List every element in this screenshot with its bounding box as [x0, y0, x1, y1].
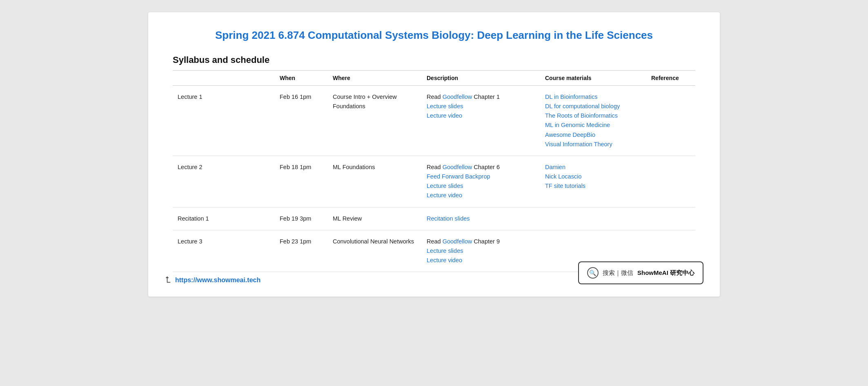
row-label: Recitation 1 — [173, 207, 275, 230]
page-wrapper: Spring 2021 6.874 Computational Systems … — [148, 12, 720, 297]
row-when: Feb 23 1pm — [275, 230, 328, 272]
material-link-0[interactable]: DL in Bioinformatics — [545, 94, 597, 100]
row-when: Feb 16 1pm — [275, 85, 328, 156]
row-description: Read Goodfellow Chapter 6Feed Forward Ba… — [422, 156, 540, 207]
material-link-4[interactable]: Awesome DeepBio — [545, 132, 595, 138]
row-materials: DamienNick LocascioTF site tutorials — [540, 156, 646, 207]
table-row: Recitation 1Feb 19 3pmML ReviewRecitatio… — [173, 207, 695, 230]
material-link-3[interactable]: ML in Genomic Medicine — [545, 122, 610, 128]
desc-chapter-text: Chapter 9 — [472, 238, 500, 245]
desc-link-1[interactable]: Lecture video — [427, 257, 462, 263]
footer-url-container: ⮤ https://www.showmeai.tech — [165, 276, 260, 284]
desc-read-text: Read — [427, 164, 443, 170]
footer-url[interactable]: https://www.showmeai.tech — [175, 277, 260, 284]
desc-link-0[interactable]: Feed Forward Backprop — [427, 173, 490, 180]
row-where: ML Review — [328, 207, 422, 230]
material-link-5[interactable]: Visual Information Theory — [545, 141, 612, 147]
desc-link-0[interactable]: Lecture slides — [427, 103, 463, 109]
row-description: Recitation slides — [422, 207, 540, 230]
wechat-label: 搜索｜微信 — [603, 269, 633, 277]
row-where: ML Foundations — [328, 156, 422, 207]
row-materials — [540, 207, 646, 230]
desc-read-text: Read — [427, 94, 443, 100]
row-when: Feb 19 3pm — [275, 207, 328, 230]
col-header-materials: Course materials — [540, 70, 646, 85]
page-title: Spring 2021 6.874 Computational Systems … — [173, 29, 695, 42]
syllabus-table: When Where Description Course materials … — [173, 70, 695, 272]
desc-link-1[interactable]: Lecture video — [427, 112, 462, 119]
row-reference — [646, 207, 695, 230]
desc-link-0[interactable]: Recitation slides — [427, 215, 470, 222]
material-link-0[interactable]: Damien — [545, 164, 565, 170]
table-row: Lecture 1Feb 16 1pmCourse Intro + Overvi… — [173, 85, 695, 156]
section-title: Syllabus and schedule — [173, 55, 695, 65]
row-where: Convolutional Neural Networks — [328, 230, 422, 272]
row-label: Lecture 3 — [173, 230, 275, 272]
row-reference — [646, 156, 695, 207]
desc-link-1[interactable]: Lecture slides — [427, 183, 463, 189]
table-header-row: When Where Description Course materials … — [173, 70, 695, 85]
row-when: Feb 18 1pm — [275, 156, 328, 207]
material-link-1[interactable]: DL for computational biology — [545, 103, 620, 109]
col-header-label — [173, 70, 275, 85]
table-row: Lecture 2Feb 18 1pmML FoundationsRead Go… — [173, 156, 695, 207]
material-link-2[interactable]: The Roots of Bioinformatics — [545, 112, 618, 119]
desc-chapter-text: Chapter 6 — [472, 164, 500, 170]
wechat-banner: 🔍 搜索｜微信 ShowMeAI 研究中心 — [578, 261, 703, 284]
material-link-2[interactable]: TF site tutorials — [545, 183, 585, 189]
desc-link-0[interactable]: Lecture slides — [427, 248, 463, 254]
col-header-where: Where — [328, 70, 422, 85]
goodfellow-link[interactable]: Goodfellow — [443, 94, 472, 100]
cursor-icon: ⮤ — [165, 276, 172, 284]
row-description: Read Goodfellow Chapter 1Lecture slidesL… — [422, 85, 540, 156]
row-label: Lecture 2 — [173, 156, 275, 207]
desc-read-text: Read — [427, 238, 443, 245]
desc-link-2[interactable]: Lecture video — [427, 192, 462, 199]
col-header-when: When — [275, 70, 328, 85]
row-materials: DL in BioinformaticsDL for computational… — [540, 85, 646, 156]
col-header-desc: Description — [422, 70, 540, 85]
wechat-brand: ShowMeAI 研究中心 — [637, 269, 694, 277]
row-where: Course Intro + Overview Foundations — [328, 85, 422, 156]
material-link-1[interactable]: Nick Locascio — [545, 173, 581, 180]
goodfellow-link[interactable]: Goodfellow — [443, 238, 472, 245]
col-header-ref: Reference — [646, 70, 695, 85]
desc-chapter-text: Chapter 1 — [472, 94, 500, 100]
row-label: Lecture 1 — [173, 85, 275, 156]
row-description: Read Goodfellow Chapter 9Lecture slidesL… — [422, 230, 540, 272]
search-icon: 🔍 — [587, 267, 599, 279]
row-reference — [646, 85, 695, 156]
goodfellow-link[interactable]: Goodfellow — [443, 164, 472, 170]
